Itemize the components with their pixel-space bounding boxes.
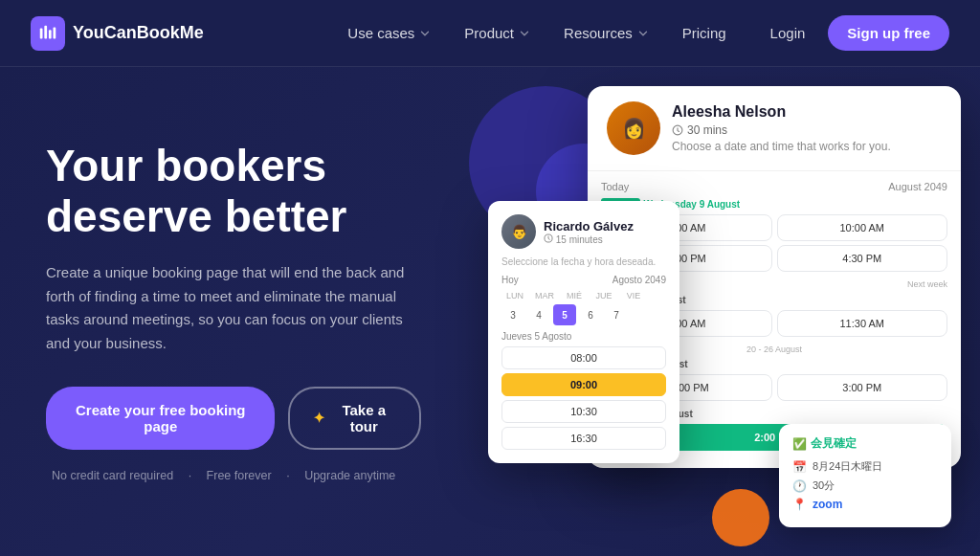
mini-day-5-active[interactable]: 5 xyxy=(553,304,576,325)
svg-rect-3 xyxy=(54,27,56,38)
mini-day-7[interactable]: 7 xyxy=(605,304,628,325)
orange-blob-decoration xyxy=(712,489,769,546)
confirm-time-row: 🕐 30分 xyxy=(792,478,938,493)
card-small-desc: Seleccione la fecha y hora deseada. xyxy=(501,256,666,267)
mini-time-0900-active[interactable]: 09:00 xyxy=(501,373,666,396)
card-small-header: 👨 Ricardo Gálvez 15 minutes xyxy=(501,214,666,249)
time-slot-430pm[interactable]: 4:30 PM xyxy=(777,245,948,272)
avatar-aleesha: 👩 xyxy=(607,101,660,155)
confirm-zoom-row: 📍 zoom xyxy=(792,498,938,511)
svg-rect-0 xyxy=(40,28,43,38)
svg-rect-2 xyxy=(49,30,52,38)
chevron-down-icon xyxy=(518,27,531,40)
logo-text: YouCanBookMe xyxy=(73,23,204,43)
day-label-jue: JUE xyxy=(590,291,617,300)
mini-cal-header: Hoy Agosto 2049 xyxy=(501,275,666,285)
mini-day-3[interactable]: 3 xyxy=(501,304,524,325)
chevron-down-icon xyxy=(636,27,650,40)
star-icon: ✦ xyxy=(313,410,325,427)
cta-secondary-button[interactable]: ✦ Take a tour xyxy=(288,387,421,450)
card-description: Choose a date and time that works for yo… xyxy=(672,140,942,153)
checkmark-icon: ✅ xyxy=(792,437,807,451)
hero-headline: Your bookers deserve better xyxy=(46,141,421,242)
clock-small-icon xyxy=(544,234,553,243)
card-small-duration: 15 minutes xyxy=(544,234,634,245)
confirmation-card: ✅ 会見確定 📅 8月24日木曜日 🕐 30分 📍 zoom xyxy=(779,424,951,527)
day-label-mie: MIÉ xyxy=(561,291,588,300)
hero-buttons: Create your free booking page ✦ Take a t… xyxy=(46,387,421,450)
hero-content: Your bookers deserve better Create a uni… xyxy=(0,67,459,556)
day-label-mar: MAR xyxy=(531,291,558,300)
hero-section: Your bookers deserve better Create a uni… xyxy=(0,67,980,556)
hero-mockups: 👩 Aleesha Nelson 30 mins Choose a date a… xyxy=(459,67,980,556)
chevron-down-icon xyxy=(418,27,432,40)
nav-item-usecases[interactable]: Use cases xyxy=(334,17,445,49)
hero-footnote: No credit card required · Free forever ·… xyxy=(46,469,421,482)
nav-login-button[interactable]: Login xyxy=(755,17,821,49)
time-slot-mon-1130am[interactable]: 11:30 AM xyxy=(777,310,948,337)
mini-time-0800[interactable]: 08:00 xyxy=(501,346,666,369)
day-label-vie: VIE xyxy=(620,291,647,300)
nav-item-product[interactable]: Product xyxy=(451,17,545,49)
mini-times: 08:00 09:00 10:30 16:30 xyxy=(501,346,666,450)
nav-signup-button[interactable]: Sign up free xyxy=(828,15,949,51)
time-slot-10am[interactable]: 10:00 AM xyxy=(777,214,948,241)
card-main-info: Aleesha Nelson 30 mins Choose a date and… xyxy=(672,103,942,153)
booking-card-small: 👨 Ricardo Gálvez 15 minutes Seleccione l… xyxy=(488,201,679,463)
mini-day-6[interactable]: 6 xyxy=(579,304,602,325)
navbar: YouCanBookMe Use cases Product Resources… xyxy=(0,0,980,67)
clock-confirm-icon: 🕐 xyxy=(792,479,807,493)
mini-day-4[interactable]: 4 xyxy=(527,304,550,325)
calendar-icon: 📅 xyxy=(792,460,807,474)
cta-primary-button[interactable]: Create your free booking page xyxy=(46,387,275,450)
clock-icon xyxy=(672,124,683,136)
confirm-title: ✅ 会見確定 xyxy=(792,435,938,452)
duration-label: 30 mins xyxy=(672,123,942,137)
avatar-ricardo: 👨 xyxy=(501,214,536,249)
cal-top-bar: Today August 2049 xyxy=(601,181,947,192)
mini-cal-days: 3 4 5 6 7 xyxy=(501,304,666,325)
location-icon: 📍 xyxy=(792,498,807,511)
confirm-date-row: 📅 8月24日木曜日 xyxy=(792,459,938,474)
person-name: Aleesha Nelson xyxy=(672,103,942,121)
card-small-name: Ricardo Gálvez xyxy=(544,219,634,234)
mini-time-1630[interactable]: 16:30 xyxy=(501,427,666,450)
day-label-lun: LUN xyxy=(501,291,528,300)
time-slot-3pm[interactable]: 3:00 PM xyxy=(777,374,948,401)
logo-icon xyxy=(31,16,65,51)
card-main-header: 👩 Aleesha Nelson 30 mins Choose a date a… xyxy=(588,86,961,171)
nav-item-resources[interactable]: Resources xyxy=(550,17,663,49)
logo[interactable]: YouCanBookMe xyxy=(31,16,204,51)
card-small-info: Ricardo Gálvez 15 minutes xyxy=(544,219,634,245)
nav-links: Use cases Product Resources Pricing xyxy=(334,17,739,49)
svg-rect-1 xyxy=(44,25,47,38)
mini-time-1030[interactable]: 10:30 xyxy=(501,400,666,423)
hero-subtext: Create a unique booking page that will e… xyxy=(46,261,421,356)
mini-time-label: Jueves 5 Agosto xyxy=(501,331,666,342)
nav-item-pricing[interactable]: Pricing xyxy=(669,17,740,49)
mini-cal-day-labels: LUN MAR MIÉ JUE VIE xyxy=(501,291,666,300)
